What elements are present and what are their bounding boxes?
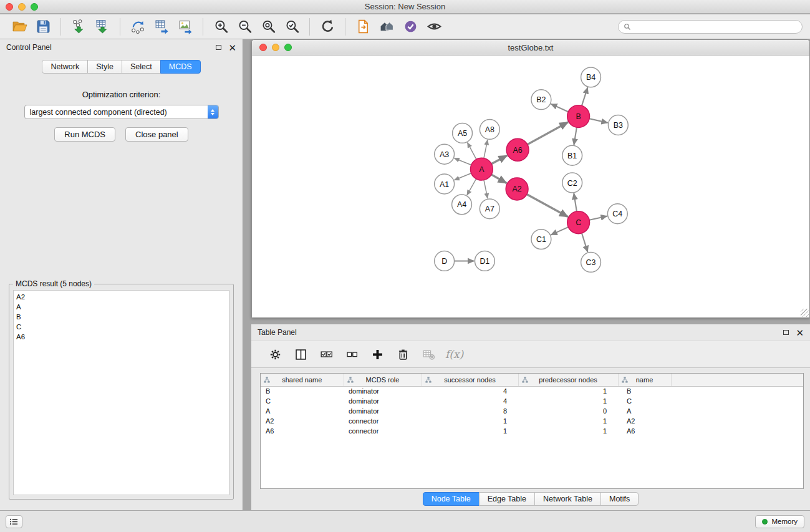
- mcds-result-item[interactable]: A6: [16, 332, 226, 342]
- node-A4[interactable]: A4: [452, 195, 472, 215]
- edge-A-A8[interactable]: [484, 140, 488, 158]
- cell[interactable]: connector: [344, 416, 422, 426]
- table-row[interactable]: Cdominator41C: [261, 396, 803, 406]
- open-session-button[interactable]: [9, 17, 30, 37]
- cell[interactable]: 4: [422, 396, 518, 406]
- node-A2[interactable]: A2: [506, 178, 528, 200]
- close-network-window-button[interactable]: [259, 44, 267, 51]
- node-B3[interactable]: B3: [608, 115, 628, 135]
- column-header-shared-name[interactable]: shared name: [261, 374, 344, 386]
- create-column-button[interactable]: [366, 344, 388, 365]
- tab-node-table[interactable]: Node Table: [423, 492, 480, 506]
- export-network-button[interactable]: [127, 17, 148, 37]
- cell[interactable]: B: [261, 386, 344, 396]
- edge-B-B4[interactable]: [582, 87, 587, 105]
- minimize-network-window-button[interactable]: [272, 44, 279, 51]
- import-table-button[interactable]: [92, 17, 113, 37]
- edge-B-B2[interactable]: [551, 104, 568, 112]
- network-canvas[interactable]: B4B2BB3A5A8A6B1A3AC2A1A2A4A7C4CC1C3DD1: [252, 56, 809, 317]
- zoom-network-window-button[interactable]: [284, 44, 292, 51]
- cell[interactable]: 0: [518, 406, 618, 416]
- close-panel-icon[interactable]: ✕: [228, 43, 236, 52]
- tab-style[interactable]: Style: [87, 60, 122, 74]
- node-C1[interactable]: C1: [531, 230, 551, 249]
- cell[interactable]: dominator: [344, 396, 422, 406]
- delete-table-button[interactable]: [417, 344, 440, 365]
- cell[interactable]: A6: [618, 426, 671, 436]
- deselect-all-columns-button[interactable]: [340, 344, 363, 365]
- edge-C-C3[interactable]: [582, 233, 587, 252]
- column-header-predecessor-nodes[interactable]: predecessor nodes: [518, 374, 618, 386]
- close-window-button[interactable]: [6, 3, 13, 11]
- validate-button[interactable]: [400, 17, 421, 37]
- edge-A2-C[interactable]: [527, 195, 568, 217]
- edge-A-A7[interactable]: [484, 180, 488, 199]
- column-header-name[interactable]: name: [618, 374, 671, 386]
- node-C2[interactable]: C2: [562, 173, 582, 193]
- tab-edge-table[interactable]: Edge Table: [479, 492, 535, 506]
- node-B4[interactable]: B4: [581, 67, 601, 87]
- search-input[interactable]: [634, 22, 797, 31]
- edge-A-A6[interactable]: [491, 155, 507, 163]
- cell[interactable]: connector: [344, 426, 422, 436]
- node-A1[interactable]: A1: [435, 174, 455, 194]
- select-all-columns-button[interactable]: [315, 344, 337, 365]
- node-A6[interactable]: A6: [506, 138, 529, 161]
- node-B[interactable]: B: [567, 105, 590, 128]
- task-history-button[interactable]: [6, 515, 22, 528]
- function-builder-button[interactable]: f(x): [445, 348, 463, 360]
- show-column-panel-button[interactable]: [289, 344, 312, 365]
- float-table-panel-icon[interactable]: [783, 330, 789, 335]
- open-recent-session-button[interactable]: [352, 17, 374, 37]
- edge-A-A1[interactable]: [454, 173, 471, 180]
- tab-motifs[interactable]: Motifs: [600, 492, 639, 506]
- close-panel-button[interactable]: Close panel: [125, 127, 188, 142]
- cell[interactable]: C: [618, 396, 671, 406]
- table-row[interactable]: A2connector11A2: [261, 416, 803, 426]
- cell[interactable]: dominator: [344, 386, 422, 396]
- tab-select[interactable]: Select: [122, 60, 161, 74]
- node-C3[interactable]: C3: [581, 252, 601, 272]
- cell[interactable]: 1: [518, 396, 618, 406]
- memory-button[interactable]: Memory: [755, 515, 804, 528]
- node-D[interactable]: D: [435, 251, 455, 271]
- delete-column-button[interactable]: [392, 344, 414, 365]
- node-A3[interactable]: A3: [435, 144, 455, 164]
- node-B1[interactable]: B1: [562, 145, 582, 165]
- table-row[interactable]: Bdominator41B: [261, 386, 803, 396]
- mcds-result-item[interactable]: C: [16, 322, 226, 332]
- zoom-out-button[interactable]: [234, 17, 255, 37]
- cell[interactable]: B: [618, 386, 671, 396]
- export-table-button[interactable]: [151, 17, 172, 37]
- cell[interactable]: A2: [618, 416, 671, 426]
- cell[interactable]: 1: [422, 426, 518, 436]
- node-A7[interactable]: A7: [480, 199, 499, 219]
- criterion-dropdown[interactable]: largest connected component (directed): [24, 105, 219, 119]
- edge-B-B3[interactable]: [589, 118, 608, 123]
- cell[interactable]: dominator: [344, 406, 422, 416]
- edge-C-C2[interactable]: [574, 193, 577, 211]
- window-resize-grip[interactable]: [801, 309, 809, 317]
- export-image-button[interactable]: [175, 17, 196, 37]
- cell[interactable]: A6: [261, 426, 344, 436]
- cell[interactable]: A: [618, 406, 671, 416]
- network-graph[interactable]: B4B2BB3A5A8A6B1A3AC2A1A2A4A7C4CC1C3DD1: [252, 56, 809, 317]
- table-settings-button[interactable]: [264, 344, 286, 365]
- cell[interactable]: 1: [422, 416, 518, 426]
- tab-network[interactable]: Network: [42, 60, 88, 74]
- mcds-result-list[interactable]: A2ABCA6: [13, 290, 229, 495]
- cell[interactable]: 8: [422, 406, 518, 416]
- node-D1[interactable]: D1: [475, 251, 494, 271]
- edge-A-A4[interactable]: [467, 179, 476, 195]
- edge-A-A5[interactable]: [467, 142, 476, 159]
- edge-C-C4[interactable]: [589, 216, 607, 220]
- cell[interactable]: 1: [518, 386, 618, 396]
- zoom-selected-button[interactable]: [281, 17, 302, 37]
- edge-A6-B[interactable]: [528, 122, 568, 145]
- node-C[interactable]: C: [567, 211, 590, 234]
- refresh-button[interactable]: [317, 17, 338, 37]
- cell[interactable]: 1: [518, 416, 618, 426]
- edge-B-B1[interactable]: [574, 127, 576, 145]
- edge-A-A2[interactable]: [491, 175, 507, 183]
- zoom-window-button[interactable]: [31, 3, 38, 11]
